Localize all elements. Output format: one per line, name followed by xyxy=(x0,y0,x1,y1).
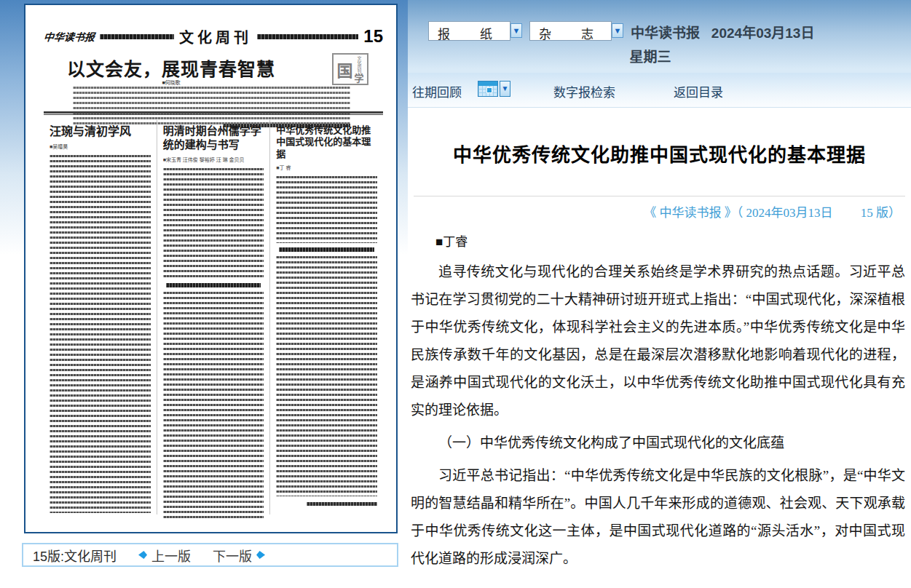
next-page-label: 下一版 xyxy=(213,546,252,565)
current-issue-label: 中华读书报 2024年03月13日 xyxy=(631,22,814,41)
article-subhead-placeholder xyxy=(279,247,374,252)
column-article-title[interactable]: 中华优秀传统文化助推中国式现代化的基本理据 xyxy=(276,124,377,160)
calendar-picker[interactable]: ▼ xyxy=(478,81,510,97)
page-number: 15 xyxy=(363,26,383,47)
guoxue-stamp: 国 文化周刊 学 xyxy=(332,53,368,85)
stamp-side-label: 文化周刊 xyxy=(357,56,361,74)
newspaper-page-frame: 中华读书报 文化周刊 15 以文会友，展现青春智慧 ■何晓歌 国 文化周刊 学 xyxy=(24,4,398,533)
article-text-placeholder xyxy=(163,292,264,519)
paper-name: 中华读书报 xyxy=(631,25,700,41)
issue-weekday: 星期三 xyxy=(625,46,676,65)
prev-page-link[interactable]: 上一版 xyxy=(138,546,191,565)
magazine-select[interactable]: 杂 志 xyxy=(529,21,612,41)
article-reader-pane: 报 纸 ▼ 杂 志 ▼ 中华读书报 2024年03月13日 星期三 往期回顾 ▼… xyxy=(408,0,911,588)
newspaper-masthead: 中华读书报 文化周刊 15 xyxy=(44,27,383,46)
epaper-preview-pane: 中华读书报 文化周刊 15 以文会友，展现青春智慧 ■何晓歌 国 文化周刊 学 xyxy=(0,0,408,588)
article-text-placeholder xyxy=(163,168,264,279)
article-author: ■丁睿 xyxy=(435,231,911,250)
newspaper-page-thumbnail[interactable]: 中华读书报 文化周刊 15 以文会友，展现青春智慧 ■何晓歌 国 文化周刊 学 xyxy=(25,5,396,532)
calendar-icon[interactable] xyxy=(478,81,498,97)
column-article-byline: ■宋玉青 汪伟俊 黎裕婷 汪 琳 金贝贝 xyxy=(163,156,264,163)
title-divider xyxy=(414,196,905,196)
article-column-2[interactable]: 明清时期台州儒学学统的建构与书写 ■宋玉青 汪伟俊 黎裕婷 汪 琳 金贝贝 xyxy=(157,120,270,514)
article-section-heading: （一）中华优秀传统文化构成了中国式现代化的文化底蕴 xyxy=(411,429,905,457)
column-article-byline: ■吴曈昊 xyxy=(50,143,151,150)
article-title: 中华优秀传统文化助推中国式现代化的基本理据 xyxy=(415,140,904,167)
newspaper-columns: 汪琬与清初学风 ■吴曈昊 明清时期台州儒学学统的建构与书写 ■宋玉青 汪伟俊 黎… xyxy=(44,120,383,514)
article-text-placeholder xyxy=(276,176,377,243)
stamp-char: 国 xyxy=(336,57,352,81)
newspaper-logo: 中华读书报 xyxy=(43,29,95,44)
stamp-char: 学 xyxy=(355,74,364,83)
article-column-1[interactable]: 汪琬与清初学风 ■吴曈昊 xyxy=(44,120,157,514)
masthead-info-bar xyxy=(257,34,358,39)
section-divider-rule xyxy=(44,111,383,116)
page-pager-bar: 15版:文化周刊 上一版 下一版 xyxy=(22,543,398,567)
next-page-link[interactable]: 下一版 xyxy=(213,546,265,565)
past-issues-link[interactable]: 往期回顾 xyxy=(412,82,462,100)
article-text-placeholder xyxy=(276,256,377,496)
newspaper-select-arrow-icon[interactable]: ▼ xyxy=(510,23,522,38)
digital-search-link[interactable]: 数字报检索 xyxy=(553,82,615,100)
back-to-contents-link[interactable]: 返回目录 xyxy=(674,82,723,100)
article-column-3[interactable]: 中华优秀传统文化助推中国式现代化的基本理据 ■丁 睿 xyxy=(269,120,383,514)
prev-page-label: 上一版 xyxy=(151,546,191,565)
column-article-byline: ■丁 睿 xyxy=(276,164,377,171)
section-title: 文化周刊 xyxy=(179,26,252,47)
toolbar: 往期回顾 ▼ 数字报检索 返回目录 xyxy=(408,73,911,108)
site-header: 报 纸 ▼ 杂 志 ▼ 中华读书报 2024年03月13日 星期三 xyxy=(408,0,911,73)
article-source-line: 《 中华读书报 》（ 2024年03月13日 15 版） xyxy=(408,202,901,220)
article-text-placeholder xyxy=(50,155,151,513)
article-content: 中华优秀传统文化助推中国式现代化的基本理据 《 中华读书报 》（ 2024年03… xyxy=(408,140,911,573)
issue-date: 2024年03月13日 xyxy=(711,25,815,41)
column-article-title[interactable]: 明清时期台州儒学学统的建构与书写 xyxy=(163,124,264,152)
article-paragraph: 追寻传统文化与现代化的合理关系始终是学术界研究的热点话题。习近平总书记在学习贯彻… xyxy=(411,258,905,424)
article-paragraph: 习近平总书记指出：“中华优秀传统文化是中华民族的文化根脉”，是“中华文明的智慧结… xyxy=(411,462,905,573)
prev-arrow-icon xyxy=(138,551,147,559)
column-article-title[interactable]: 汪琬与清初学风 xyxy=(50,124,151,139)
article-credit-placeholder xyxy=(307,502,377,506)
magazine-select-arrow-icon[interactable]: ▼ xyxy=(612,23,623,38)
article-subhead-placeholder xyxy=(166,283,261,287)
feature-headline[interactable]: 以文会友，展现青春智慧 xyxy=(47,55,295,81)
masthead-info-bar xyxy=(100,34,174,39)
pager-page-label: 15版:文化周刊 xyxy=(33,546,117,565)
feature-byline: ■何晓歌 xyxy=(47,79,295,86)
calendar-dropdown-icon[interactable]: ▼ xyxy=(500,81,510,97)
article-body: 追寻传统文化与现代化的合理关系始终是学术界研究的热点话题。习近平总书记在学习贯彻… xyxy=(408,258,911,573)
newspaper-select[interactable]: 报 纸 xyxy=(428,21,510,41)
next-arrow-icon xyxy=(256,551,265,559)
